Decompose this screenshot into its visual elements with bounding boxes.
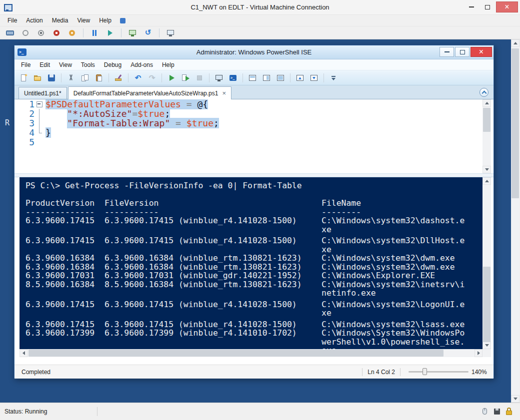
copy-button[interactable] bbox=[79, 72, 91, 83]
layout-top-button[interactable] bbox=[246, 72, 258, 83]
layout-max-button[interactable] bbox=[274, 72, 286, 83]
ise-status-text: Completed bbox=[14, 369, 50, 376]
console-vertical-scrollbar[interactable] bbox=[482, 177, 491, 349]
layout-right-button[interactable] bbox=[260, 72, 272, 83]
shut-down-button[interactable] bbox=[66, 27, 78, 38]
scroll-up-icon[interactable] bbox=[482, 177, 491, 185]
script-editor[interactable]: 1$PSDefaultParameterValues = @{2 "*:Auto… bbox=[20, 99, 491, 173]
scrollbar-thumb[interactable] bbox=[28, 350, 444, 357]
tab-close-icon[interactable]: × bbox=[222, 91, 226, 96]
layout-top-icon bbox=[248, 74, 256, 82]
toolbar-overflow-button[interactable] bbox=[328, 72, 340, 83]
start-button[interactable] bbox=[104, 27, 116, 38]
toolbar-separator bbox=[121, 28, 122, 37]
maximize-icon bbox=[460, 50, 465, 54]
run-script-icon bbox=[168, 74, 176, 82]
console-line: -------------- ----------- -------- bbox=[26, 208, 482, 217]
open-script-button[interactable] bbox=[32, 72, 44, 83]
ise-maximize-button[interactable] bbox=[455, 47, 470, 57]
toolbar-separator bbox=[159, 28, 160, 37]
cut-button[interactable] bbox=[65, 72, 77, 83]
fold-toggle-icon[interactable] bbox=[34, 99, 46, 109]
checkpoint-button[interactable] bbox=[126, 27, 138, 38]
menu-item-file[interactable]: File bbox=[16, 60, 35, 70]
script-pane-up-icon bbox=[296, 74, 304, 82]
scroll-left-icon[interactable] bbox=[20, 349, 28, 357]
scrollbar-thumb[interactable] bbox=[483, 108, 490, 132]
scroll-up-icon[interactable] bbox=[482, 99, 491, 107]
menu-item-add-ons[interactable]: Add-ons bbox=[126, 60, 158, 70]
zoom-slider-thumb[interactable] bbox=[422, 368, 427, 375]
menu-item-tools[interactable]: Tools bbox=[76, 60, 100, 70]
fold-guide bbox=[34, 118, 46, 128]
tab-script-file[interactable]: DefaultFormatTableParameterValueAutoSize… bbox=[68, 86, 232, 99]
vm-minimize-button[interactable] bbox=[464, 1, 479, 12]
console-horizontal-scrollbar[interactable] bbox=[20, 349, 482, 357]
fold-guide bbox=[34, 137, 46, 147]
menu-item-help[interactable]: Help bbox=[94, 15, 116, 25]
vm-viewport[interactable]: R Administrator: Windows PowerShell ISE … bbox=[0, 39, 511, 403]
vm-vertical-scrollbar[interactable] bbox=[511, 39, 520, 403]
zoom-value: 140% bbox=[472, 369, 494, 376]
enhanced-session-button[interactable] bbox=[164, 27, 176, 38]
scroll-down-icon[interactable] bbox=[511, 395, 520, 403]
save-script-button[interactable] bbox=[46, 72, 58, 83]
pause-button[interactable] bbox=[88, 27, 100, 38]
clear-console-button[interactable] bbox=[112, 72, 124, 83]
minimize-icon bbox=[444, 51, 450, 52]
vm-maximize-button[interactable] bbox=[480, 1, 495, 12]
toolbar-separator bbox=[61, 73, 62, 82]
scrollbar-thumb[interactable] bbox=[483, 267, 490, 342]
stop-button[interactable] bbox=[35, 27, 47, 38]
tab-untitled1[interactable]: Untitled1.ps1* bbox=[18, 87, 67, 99]
stop-operation-button[interactable] bbox=[194, 72, 206, 83]
editor-scrollbar[interactable] bbox=[482, 99, 491, 173]
desktop-artifact-text: R bbox=[5, 118, 10, 127]
ctrl-alt-del-button[interactable] bbox=[4, 27, 16, 38]
ise-minimize-button[interactable] bbox=[440, 47, 454, 57]
paste-button[interactable] bbox=[93, 72, 105, 83]
console-pane[interactable]: PS C:\> Get-Process -FileVersionInfo -ea… bbox=[20, 177, 491, 357]
power-button[interactable] bbox=[20, 27, 32, 38]
zoom-slider[interactable] bbox=[408, 371, 468, 373]
editor-line: 3 "Format-Table:Wrap" = $true; bbox=[20, 118, 491, 128]
pane-splitter[interactable] bbox=[14, 173, 494, 177]
menu-item-action[interactable]: Action bbox=[22, 15, 47, 25]
revert-button[interactable] bbox=[142, 27, 154, 38]
scrollbar-thumb[interactable] bbox=[512, 48, 519, 198]
run-script-button[interactable] bbox=[166, 72, 178, 83]
scroll-down-icon[interactable] bbox=[482, 166, 491, 173]
shut-down-icon bbox=[68, 29, 76, 37]
menu-item-file[interactable]: File bbox=[3, 15, 22, 25]
menu-item-media[interactable]: Media bbox=[48, 15, 73, 25]
console-line: xe bbox=[26, 309, 482, 318]
console-line: ProductVersion FileVersion FileName bbox=[26, 199, 482, 208]
menu-item-view[interactable]: View bbox=[54, 60, 76, 70]
collapse-outlining-button[interactable] bbox=[480, 88, 488, 97]
fold-guide bbox=[34, 128, 46, 137]
turn-off-button[interactable] bbox=[50, 27, 62, 38]
scroll-right-icon[interactable] bbox=[474, 349, 482, 357]
menu-item-help[interactable]: Help bbox=[158, 60, 179, 70]
redo-button[interactable] bbox=[146, 72, 158, 83]
vm-close-button[interactable] bbox=[496, 1, 518, 12]
script-pane-up-button[interactable] bbox=[294, 72, 306, 83]
new-remote-tab-button[interactable] bbox=[213, 72, 225, 83]
scroll-down-icon[interactable] bbox=[482, 342, 491, 349]
menu-item-edit[interactable]: Edit bbox=[35, 60, 54, 70]
ise-menubar: FileEditViewToolsDebugAdd-onsHelp bbox=[14, 59, 494, 70]
script-pane-down-button[interactable] bbox=[308, 72, 320, 83]
ise-close-button[interactable] bbox=[470, 47, 492, 57]
vm-status-text: Status: Running bbox=[0, 408, 47, 415]
new-script-icon bbox=[20, 74, 28, 82]
editor-code-line: "*:AutoSize"=$true; bbox=[46, 109, 170, 118]
new-script-button[interactable] bbox=[18, 72, 30, 83]
undo-button[interactable] bbox=[132, 72, 144, 83]
vm-window-title: C1_NWT on EDLT - Virtual Machine Connect… bbox=[0, 3, 520, 11]
run-selection-button[interactable] bbox=[180, 72, 192, 83]
cursor-position: Ln 4 Col 2 bbox=[368, 369, 395, 376]
scroll-up-icon[interactable] bbox=[511, 39, 520, 47]
start-powershell-button[interactable] bbox=[227, 72, 239, 83]
menu-item-view[interactable]: View bbox=[72, 15, 94, 25]
menu-item-debug[interactable]: Debug bbox=[100, 60, 126, 70]
